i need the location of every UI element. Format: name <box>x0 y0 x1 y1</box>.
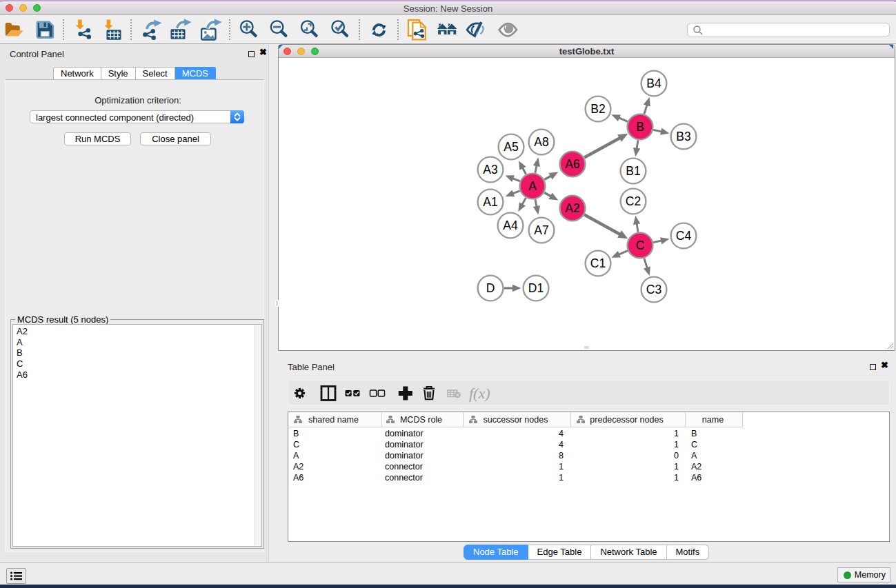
svg-text:A8: A8 <box>534 135 548 149</box>
svg-text:D: D <box>486 281 495 295</box>
svg-text:A2: A2 <box>565 201 579 215</box>
svg-text:A1: A1 <box>483 195 497 209</box>
svg-text:A: A <box>528 179 537 193</box>
svg-text:B4: B4 <box>646 77 661 90</box>
svg-text:B2: B2 <box>590 102 605 116</box>
svg-text:C3: C3 <box>646 283 661 296</box>
svg-text:C1: C1 <box>590 256 606 270</box>
svg-text:C2: C2 <box>626 194 641 208</box>
svg-text:f(x): f(x) <box>469 385 490 402</box>
svg-text:C4: C4 <box>676 229 692 243</box>
svg-text:D1: D1 <box>528 281 544 295</box>
svg-text:B1: B1 <box>626 164 640 178</box>
svg-text:B: B <box>636 120 644 134</box>
svg-text:A4: A4 <box>503 219 518 232</box>
svg-text:B3: B3 <box>676 130 690 143</box>
svg-text:A3: A3 <box>483 163 497 176</box>
svg-text:A6: A6 <box>565 157 579 171</box>
svg-text:A7: A7 <box>534 223 548 237</box>
svg-text:A5: A5 <box>504 140 518 154</box>
svg-text:C: C <box>636 239 645 252</box>
